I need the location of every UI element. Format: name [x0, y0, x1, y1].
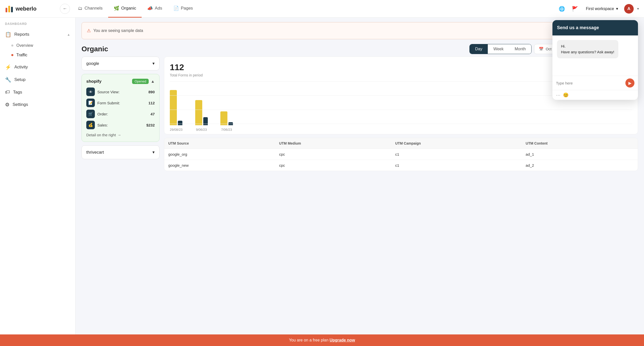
tags-icon: 🏷: [5, 89, 10, 95]
period-selector: Day Week Month: [469, 44, 532, 54]
warning-icon: ⚠: [87, 28, 91, 33]
source-badge: Opened: [132, 79, 149, 84]
col-utm-content: UTM Content: [522, 138, 638, 149]
overview-dot-icon: [11, 45, 13, 47]
main-grid: google ▾ shopify Opened ▲ 👁 So: [75, 57, 644, 346]
bar-yellow-1: [195, 100, 202, 125]
source-metrics: 👁 Source View: 890 📝 Form Submit: 112 🛒 …: [86, 88, 155, 129]
table-card: UTM Source UTM Medium UTM Campaign UTM C…: [164, 138, 638, 171]
order-icon: 🛒: [86, 110, 95, 118]
metric-source-view: 👁 Source View: 890: [86, 88, 155, 96]
left-panel: google ▾ shopify Opened ▲ 👁 So: [82, 57, 159, 340]
bar-dark-2: [228, 122, 233, 125]
upgrade-now-link[interactable]: Upgrade now: [330, 338, 355, 342]
sidebar-subitem-traffic[interactable]: Traffic: [0, 50, 75, 60]
flag-icon: 🚩: [572, 6, 578, 12]
chat-body: Hi.Have any questions? Ask away!: [552, 35, 638, 76]
svg-rect-0: [6, 8, 7, 12]
globe-icon-btn[interactable]: 🌐: [557, 4, 567, 14]
metric-order: 🛒 Order: 47: [86, 110, 155, 118]
chart-date-2: 7/06/23: [221, 128, 232, 132]
sales-icon: 💰: [86, 121, 95, 129]
utm-table: UTM Source UTM Medium UTM Campaign UTM C…: [164, 138, 638, 171]
brand-name: weberlo: [16, 6, 36, 12]
chart-bar-group-1: 9/06/23: [195, 85, 208, 132]
table-header-row: UTM Source UTM Medium UTM Campaign UTM C…: [164, 138, 638, 149]
logo-icon: [5, 4, 14, 13]
chat-header: Send us a message: [552, 20, 638, 35]
tab-organic[interactable]: 🌿 Organic: [108, 0, 142, 18]
ads-icon: 📣: [147, 6, 153, 11]
source-dropdown[interactable]: google ▾: [82, 57, 159, 70]
sidebar-group-reports: 📋 Reports ▲ Overview Traffic: [0, 28, 75, 60]
chat-send-button[interactable]: ▶: [625, 78, 634, 88]
chat-bubble: Hi.Have any questions? Ask away!: [557, 40, 618, 58]
source-card-shopify: shopify Opened ▲ 👁 Source View: 890: [82, 74, 159, 142]
reports-chevron-icon: ▲: [67, 33, 70, 36]
col-utm-medium: UTM Medium: [275, 138, 391, 149]
source-view-icon: 👁: [86, 88, 95, 96]
bar-dark-0: [178, 121, 182, 125]
workspace-selector[interactable]: First workspace ▾: [583, 5, 621, 13]
tab-ads[interactable]: 📣 Ads: [142, 0, 168, 18]
metric-form-submit: 📝 Form Submit: 112: [86, 99, 155, 107]
sidebar-item-reports[interactable]: 📋 Reports ▲: [0, 28, 75, 41]
reports-icon: 📋: [5, 31, 11, 37]
chart-bar-group-0: 29/08/23: [170, 85, 183, 132]
tab-channels[interactable]: 🗂 Channels: [72, 0, 108, 18]
workspace-label: First workspace: [586, 7, 614, 11]
detail-link[interactable]: Detail on the right →: [86, 133, 155, 137]
chart-date-0: 29/08/23: [170, 128, 183, 132]
sidebar-item-settings[interactable]: ⚙ Settings: [0, 98, 75, 111]
thrivecart-dropdown[interactable]: thrivecart ▾: [82, 145, 159, 159]
avatar[interactable]: A: [624, 4, 634, 14]
period-day-button[interactable]: Day: [470, 44, 488, 54]
globe-icon: 🌐: [559, 6, 565, 12]
page-title: Organic: [82, 45, 108, 53]
more-options-icon[interactable]: ⋯: [556, 92, 560, 98]
traffic-dot-icon: [11, 54, 13, 56]
back-button[interactable]: ←: [60, 4, 70, 14]
sidebar: DASHBOARD 📋 Reports ▲ Overview Traffic ⚡…: [0, 18, 75, 346]
col-utm-source: UTM Source: [164, 138, 275, 149]
chat-widget: Send us a message Hi.Have any questions?…: [552, 20, 638, 100]
settings-icon: ⚙: [5, 102, 10, 108]
chart-date-1: 9/06/23: [196, 128, 207, 132]
setup-icon: 🔧: [5, 77, 11, 83]
nav-tabs: 🗂 Channels 🌿 Organic 📣 Ads 📄 Pages: [72, 0, 557, 18]
form-submit-icon: 📝: [86, 99, 95, 107]
activity-icon: ⚡: [5, 64, 11, 70]
bar-yellow-2: [220, 111, 227, 125]
top-nav: weberlo ← 🗂 Channels 🌿 Organic 📣 Ads 📄 P…: [0, 0, 644, 18]
chat-footer: ⋯ 😊: [552, 90, 638, 100]
calendar-icon: 📅: [539, 47, 544, 51]
flag-icon-btn[interactable]: 🚩: [570, 4, 580, 14]
table-row: google_new cpc c1 ad_2: [164, 160, 638, 171]
period-week-button[interactable]: Week: [488, 44, 509, 54]
chevron-down-icon: ▾: [616, 6, 618, 11]
send-icon: ▶: [628, 81, 631, 85]
sample-banner-message: ⚠ You are seeing sample data: [87, 28, 143, 33]
sidebar-section-label: DASHBOARD: [0, 22, 75, 28]
sidebar-subitem-overview[interactable]: Overview: [0, 41, 75, 50]
bar-dark-1: [203, 117, 208, 125]
free-plan-message: You are on a free plan: [289, 338, 329, 342]
source-chevron-icon: ▾: [152, 61, 155, 66]
organic-icon: 🌿: [114, 6, 119, 11]
bar-yellow-0: [170, 90, 177, 125]
source-name: shopify: [86, 79, 101, 84]
sidebar-item-setup[interactable]: 🔧 Setup: [0, 73, 75, 86]
source-collapse-icon[interactable]: ▲: [151, 79, 155, 84]
table-row: google_org cpc c1 ad_1: [164, 149, 638, 160]
chart-bar-group-2: 7/06/23: [220, 85, 233, 132]
period-month-button[interactable]: Month: [509, 44, 531, 54]
tab-pages[interactable]: 📄 Pages: [168, 0, 198, 18]
chat-input[interactable]: [556, 81, 623, 85]
avatar-chevron-icon: ▾: [637, 7, 639, 11]
sidebar-item-tags[interactable]: 🏷 Tags: [0, 86, 75, 98]
main-layout: DASHBOARD 📋 Reports ▲ Overview Traffic ⚡…: [0, 18, 644, 346]
sidebar-item-activity[interactable]: ⚡ Activity: [0, 61, 75, 73]
nav-right: 🌐 🚩 First workspace ▾ A ▾: [557, 4, 639, 14]
bottom-bar: You are on a free plan Upgrade now: [0, 334, 644, 346]
emoji-icon[interactable]: 😊: [563, 92, 569, 98]
